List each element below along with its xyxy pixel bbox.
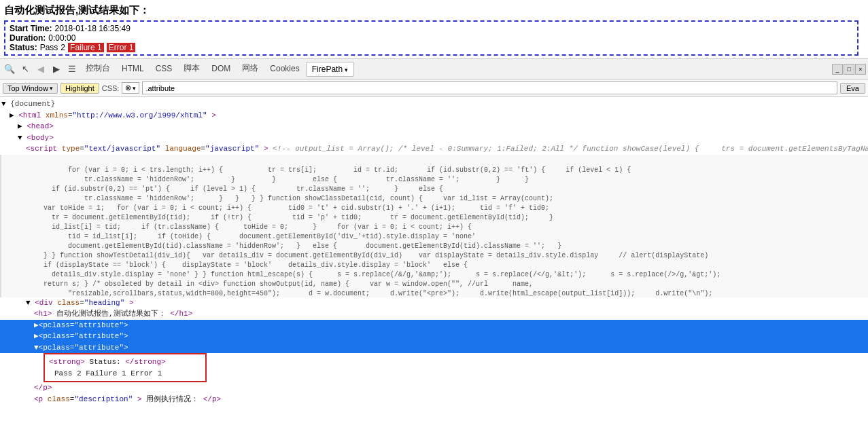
tree-row-p-attr-3[interactable]: ▼ <p class="attribute" >: [0, 342, 868, 354]
cursor-icon-btn[interactable]: ↖: [18, 62, 33, 77]
chevron-down-icon: ▾: [50, 85, 53, 92]
tab-script[interactable]: 脚本: [178, 60, 205, 79]
tree-row-document: ▼ {document}: [0, 98, 868, 110]
tree-row-p-description: <p class="description" > 用例执行情况： </p>: [0, 394, 868, 405]
tree-row-head: ▶ <head>: [0, 121, 868, 132]
tree-row-p-attr-1[interactable]: ▶ <p class="attribute" >: [0, 320, 868, 331]
window-controls: _ □ ×: [832, 64, 866, 75]
highlight-btn[interactable]: Highlight: [60, 83, 99, 94]
tree-row-h1: <h1> 自动化测试报告,测试结果如下： </h1>: [0, 308, 868, 320]
tree-row-body: ▼ <body>: [0, 132, 868, 144]
div-expand-icon[interactable]: ▼: [26, 299, 35, 307]
eval-btn[interactable]: Eva: [840, 83, 865, 94]
tab-css[interactable]: CSS: [150, 60, 178, 79]
close-btn[interactable]: ×: [855, 64, 866, 75]
dom-tree-area: ▼ {document} ▶ <html xmlns="http://www.w…: [0, 97, 868, 423]
css-dropdown-icon: ▾: [133, 85, 136, 92]
devtools-toolbar: 🔍 ↖ ◀ ▶ ☰ 控制台 HTML CSS 脚本 DOM 网络 Cookies…: [0, 59, 868, 79]
strong-row: <strong> Status: </strong>: [49, 356, 201, 368]
head-expand-icon[interactable]: ▶: [18, 122, 27, 130]
nav-forward-btn[interactable]: ▶: [49, 62, 64, 77]
minimize-btn[interactable]: _: [832, 64, 843, 75]
tab-dom[interactable]: DOM: [206, 60, 236, 79]
start-time-row: Start Time: 2018-01-18 16:35:49: [10, 24, 853, 33]
list-btn[interactable]: ☰: [65, 62, 80, 77]
tree-row-p-attr-2[interactable]: ▶ <p class="attribute" >: [0, 331, 868, 342]
tab-cookies[interactable]: Cookies: [264, 60, 305, 79]
start-time-label: Start Time:: [10, 24, 52, 33]
top-window-label: Top Window: [7, 84, 48, 92]
inspect-icon-btn[interactable]: 🔍: [2, 62, 17, 77]
highlight-label: Highlight: [65, 84, 94, 92]
nav-back-btn[interactable]: ◀: [33, 62, 48, 77]
tree-row-div-heading: ▼ <div class="heading" >: [0, 297, 868, 309]
report-area: 自动化测试报告,测试结果如下： Start Time: 2018-01-18 1…: [0, 0, 868, 59]
status-pass-text: Pass: [40, 43, 58, 52]
tree-row-script: <script type="text/javascript" language=…: [0, 143, 868, 155]
status-text-row: Pass 2 Failure 1 Error 1: [49, 368, 201, 380]
maximize-btn[interactable]: □: [844, 64, 854, 75]
report-fields-box: Start Time: 2018-01-18 16:35:49 Duration…: [4, 20, 858, 56]
tab-html[interactable]: HTML: [116, 60, 150, 79]
tab-firepath[interactable]: FirePath ▾: [306, 62, 355, 77]
css-label: CSS:: [102, 84, 120, 92]
firepath-bar: Top Window ▾ Highlight CSS: ⊗ ▾ Eva: [0, 79, 868, 97]
status-pass-num: 2: [60, 43, 65, 52]
status-error-badge: Error 1: [107, 43, 136, 52]
p-expand-icon-2[interactable]: ▶: [34, 331, 39, 342]
tree-row-html: ▶ <html xmlns="http://www.w3.org/1999/xh…: [0, 110, 868, 122]
status-label: Status:: [10, 43, 37, 52]
css-mode-btn[interactable]: ⊗ ▾: [122, 82, 139, 94]
status-row: Status: Pass 2 Failure 1 Error 1: [10, 43, 853, 52]
highlighted-element-box: <strong> Status: </strong> Pass 2 Failur…: [44, 353, 207, 382]
duration-row: Duration: 0:00:00: [10, 33, 853, 43]
tab-network[interactable]: 网络: [237, 60, 264, 79]
duration-value: 0:00:00: [48, 33, 75, 43]
p-expand-icon-1[interactable]: ▶: [34, 320, 39, 331]
xpath-input[interactable]: [142, 81, 837, 94]
p-expand-icon-3[interactable]: ▼: [34, 342, 39, 354]
report-title: 自动化测试报告,测试结果如下：: [4, 4, 861, 17]
code-block: for (var i = 0; i < trs.length; i++) { t…: [0, 155, 868, 297]
duration-label: Duration:: [10, 33, 46, 43]
tab-console[interactable]: 控制台: [80, 60, 116, 79]
top-window-btn[interactable]: Top Window ▾: [3, 83, 58, 94]
collapse-icon[interactable]: ▼: [1, 100, 10, 108]
tree-row-p-close: </p>: [0, 382, 868, 394]
start-time-value: 2018-01-18 16:35:49: [54, 24, 130, 33]
html-expand-icon[interactable]: ▶: [10, 111, 18, 119]
body-expand-icon[interactable]: ▼: [18, 134, 27, 142]
status-failure-badge: Failure 1: [68, 43, 104, 52]
